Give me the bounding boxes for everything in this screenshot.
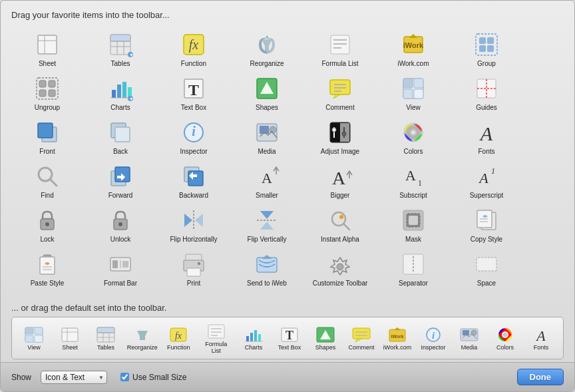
tb-fonts[interactable]: A Fonts xyxy=(524,324,558,352)
tb-formula-list[interactable]: Formula List xyxy=(198,321,234,355)
svg-rect-25 xyxy=(479,45,486,52)
mask-icon xyxy=(399,206,427,234)
tool-guides[interactable]: Guides xyxy=(451,72,522,114)
tool-shapes[interactable]: Shapes xyxy=(231,72,303,114)
tool-adjust-image[interactable]: Adjust Image xyxy=(304,116,376,158)
tool-flexible-space[interactable]: Flexible Space xyxy=(11,292,83,299)
tb-media-icon xyxy=(459,325,479,344)
svg-point-71 xyxy=(342,132,346,136)
svg-rect-126 xyxy=(25,335,33,342)
done-button[interactable]: Done xyxy=(517,369,564,385)
tool-charts[interactable]: ▼ Charts xyxy=(85,72,156,114)
tool-send-to-iweb[interactable]: Send to iWeb xyxy=(231,248,303,290)
tb-text-box[interactable]: T Text Box xyxy=(273,324,306,352)
tool-tables[interactable]: ▼ Tables xyxy=(85,28,156,71)
svg-marker-44 xyxy=(333,95,340,98)
tb-tables[interactable]: Tables xyxy=(89,324,122,352)
tool-smaller[interactable]: A Smaller xyxy=(231,160,303,202)
svg-rect-145 xyxy=(250,333,253,341)
svg-point-99 xyxy=(339,215,343,219)
tool-ungroup[interactable]: Ungroup xyxy=(11,72,83,114)
tool-forward[interactable]: Forward xyxy=(85,160,156,202)
tool-front[interactable]: Front xyxy=(11,116,83,158)
svg-rect-32 xyxy=(112,90,116,98)
formula-list-icon xyxy=(326,31,354,59)
tb-reorganize[interactable]: Reorganize xyxy=(125,324,159,352)
tool-print[interactable]: Print xyxy=(158,248,230,290)
tool-subscript[interactable]: A 1 Subscript xyxy=(377,160,449,202)
svg-rect-147 xyxy=(258,334,261,341)
tool-inspector[interactable]: i Inspector xyxy=(158,116,230,158)
tool-back[interactable]: Back xyxy=(85,116,156,158)
tool-bigger[interactable]: A Bigger xyxy=(304,160,376,202)
small-size-checkbox[interactable] xyxy=(120,373,129,381)
svg-rect-125 xyxy=(35,327,43,334)
tb-text-box-icon: T xyxy=(280,325,299,344)
tool-instant-alpha[interactable]: Instant Alpha xyxy=(304,204,376,246)
svg-text:fx: fx xyxy=(189,37,199,53)
tool-format-bar[interactable]: Format Bar xyxy=(85,248,156,290)
svg-rect-128 xyxy=(62,328,78,341)
svg-rect-127 xyxy=(35,335,43,342)
tool-iwork[interactable]: iWork iWork.com xyxy=(377,28,449,71)
tool-fonts[interactable]: A Fonts xyxy=(451,116,522,158)
svg-line-78 xyxy=(50,179,57,186)
tool-space[interactable]: Space xyxy=(451,248,522,290)
tb-sheet[interactable]: Sheet xyxy=(53,324,87,352)
svg-text:A: A xyxy=(332,168,346,188)
tool-function[interactable]: fx Function xyxy=(158,28,230,71)
tool-superscript[interactable]: A 1 Superscript xyxy=(451,160,522,202)
svg-text:▼: ▼ xyxy=(129,53,134,57)
svg-rect-4 xyxy=(110,35,130,41)
tb-charts[interactable]: Charts xyxy=(237,324,270,352)
tool-customize-toolbar[interactable]: Customize Toolbar xyxy=(304,248,376,290)
tool-find[interactable]: Find xyxy=(11,160,83,202)
fonts-icon: A xyxy=(473,118,500,146)
adjust-image-icon xyxy=(326,118,354,146)
send-to-iweb-icon xyxy=(253,250,281,278)
show-select[interactable]: Icon & Text Icon Only Text Only xyxy=(41,371,107,384)
unlock-icon xyxy=(106,206,134,234)
tb-colors[interactable]: Colors xyxy=(488,324,522,352)
tool-copy-style[interactable]: Copy Style xyxy=(451,204,522,246)
tb-view[interactable]: View xyxy=(17,324,51,352)
tb-iwork[interactable]: iWork iWork.com xyxy=(381,324,414,352)
tool-media[interactable]: Media xyxy=(231,116,303,158)
svg-rect-15 xyxy=(331,35,349,54)
tool-group[interactable]: Group xyxy=(451,28,522,71)
svg-rect-49 xyxy=(403,79,413,88)
customize-toolbar-icon xyxy=(326,250,354,278)
tb-shapes[interactable]: Shapes xyxy=(309,324,342,352)
svg-rect-146 xyxy=(254,330,257,341)
svg-text:A: A xyxy=(405,167,416,184)
tool-unlock[interactable]: Unlock xyxy=(85,204,156,246)
svg-rect-153 xyxy=(353,328,370,339)
tool-formula-list[interactable]: Formula List xyxy=(304,28,376,71)
tool-sheet[interactable]: Sheet xyxy=(11,28,83,71)
tb-function[interactable]: fx Function xyxy=(162,324,195,352)
tool-view[interactable]: View xyxy=(377,72,449,114)
svg-rect-102 xyxy=(409,216,418,225)
tool-flip-horizontally[interactable]: Flip Horizontally xyxy=(158,204,230,246)
tb-fonts-icon: A xyxy=(531,325,551,344)
svg-rect-24 xyxy=(487,37,494,44)
toolbar-customizer: Drag your favorite items into the toolba… xyxy=(0,0,575,392)
tool-separator[interactable]: Separator xyxy=(377,248,449,290)
tool-paste-style[interactable]: Paste Style xyxy=(11,248,83,290)
tool-text-box[interactable]: T Text Box xyxy=(158,72,230,114)
tool-backward[interactable]: Backward xyxy=(158,160,230,202)
tool-comment[interactable]: Comment xyxy=(304,72,376,114)
tb-media[interactable]: Media xyxy=(453,324,486,352)
tool-reorganize[interactable]: Reorganize xyxy=(231,28,303,71)
subscript-icon: A 1 xyxy=(399,162,427,190)
tb-inspector[interactable]: i Inspector xyxy=(417,324,450,352)
tb-comment[interactable]: Comment xyxy=(345,324,378,352)
paste-style-icon xyxy=(33,250,61,278)
format-bar-icon xyxy=(106,250,134,278)
tool-lock[interactable]: Lock xyxy=(11,204,83,246)
tool-mask[interactable]: Mask xyxy=(377,204,449,246)
forward-icon xyxy=(106,162,134,190)
tool-flip-vertically[interactable]: Flip Vertically xyxy=(231,204,303,246)
tb-comment-icon xyxy=(351,325,371,344)
tool-colors[interactable]: Colors xyxy=(377,116,449,158)
